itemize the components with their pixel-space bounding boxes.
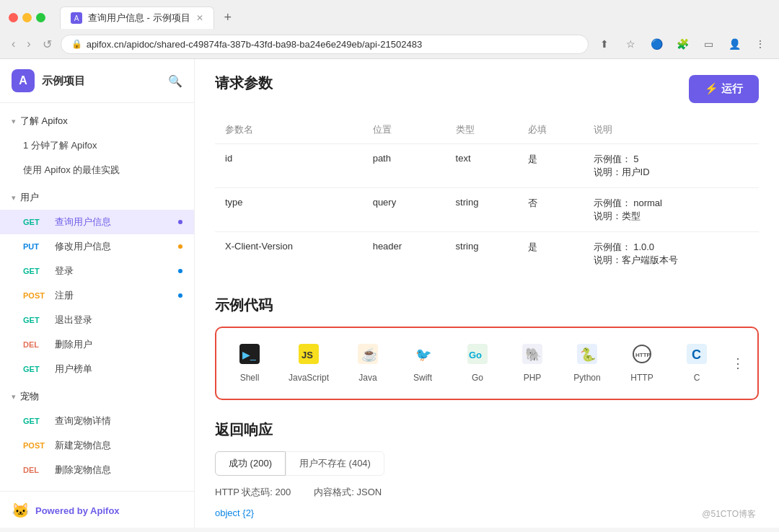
param-name: X-Client-Version bbox=[215, 232, 363, 276]
sidebar-item-del-user[interactable]: DEL 删除用户 bbox=[0, 332, 194, 357]
http-icon: HTTP bbox=[632, 344, 652, 368]
sidebar-item-label: 删除用户 bbox=[55, 338, 92, 351]
response-tab-1[interactable]: 用户不存在 (404) bbox=[286, 451, 384, 476]
sidebar-item-learn-2[interactable]: 使用 Apifox 的最佳实践 bbox=[0, 158, 194, 182]
traffic-light-red[interactable] bbox=[9, 13, 18, 22]
browser-tab-active[interactable]: A 查询用户信息 - 示例项目 ✕ bbox=[60, 6, 214, 29]
code-tab-go[interactable]: Go Go bbox=[452, 338, 503, 389]
method-badge-del: DEL bbox=[23, 466, 49, 474]
response-object[interactable]: object {2} bbox=[215, 507, 759, 518]
nav-back-button[interactable]: ‹ bbox=[9, 36, 18, 52]
tab-close-button[interactable]: ✕ bbox=[196, 13, 203, 23]
new-tab-button[interactable]: + bbox=[217, 6, 239, 30]
param-type: string bbox=[446, 188, 518, 232]
sidebar-item-get-logout[interactable]: GET 退出登录 bbox=[0, 308, 194, 332]
more-options-button[interactable]: ⋮ bbox=[750, 34, 770, 54]
js-icon: JS bbox=[299, 344, 319, 368]
method-badge-del: DEL bbox=[23, 340, 49, 349]
code-tab-label: Java bbox=[358, 373, 377, 383]
table-header-required: 必填 bbox=[518, 116, 584, 144]
method-badge-put: PUT bbox=[23, 242, 49, 251]
address-bar[interactable]: 🔒 apifox.cn/apidoc/shared-c49874fa-387b-… bbox=[61, 35, 589, 54]
nav-section-learn-header[interactable]: ▾ 了解 Apifox bbox=[0, 109, 194, 133]
sidebar-item-del-pet[interactable]: DEL 删除宠物信息 bbox=[0, 458, 194, 482]
code-tab-python[interactable]: 🐍 Python bbox=[561, 338, 613, 389]
active-dot bbox=[178, 220, 182, 224]
table-row: type query string 否 示例值： normal 说明：类型 bbox=[215, 188, 759, 232]
sidebar-item-learn-1[interactable]: 1 分钟了解 Apifox bbox=[0, 133, 194, 158]
sidebar: A 示例项目 🔍 ▾ 了解 Apifox 1 分钟了解 Apifox 使用 Ap… bbox=[0, 59, 195, 528]
puzzle-icon[interactable]: 🧩 bbox=[672, 34, 692, 54]
browser-toolbar: ‹ › ↺ 🔒 apifox.cn/apidoc/shared-c49874fa… bbox=[0, 30, 779, 58]
sidebar-item-label: 注册 bbox=[55, 289, 74, 302]
code-tabs-more-button[interactable]: ⋮ bbox=[726, 350, 750, 377]
sidebar-item-get-pet[interactable]: GET 查询宠物详情 bbox=[0, 409, 194, 433]
traffic-lights bbox=[9, 13, 45, 22]
traffic-light-green[interactable] bbox=[36, 13, 45, 22]
profile-avatar[interactable]: 👤 bbox=[724, 34, 744, 54]
code-tab-php[interactable]: 🐘 PHP bbox=[506, 338, 558, 389]
sidebar-item-label: 用户榜单 bbox=[55, 363, 92, 376]
param-desc: 示例值： normal 说明：类型 bbox=[584, 188, 759, 232]
sidebar-item-label: 查询用户信息 bbox=[55, 216, 111, 229]
code-tabs-container: ▶_ Shell JS JavaScript ☕ Java 🐦 Swift Go… bbox=[215, 327, 759, 400]
sidebar-item-post-register[interactable]: POST 注册 bbox=[0, 283, 194, 308]
sidebar-item-get-user-info[interactable]: GET 查询用户信息 bbox=[0, 210, 194, 234]
bookmark-button[interactable]: ☆ bbox=[620, 34, 641, 54]
sidebar-item-get-login[interactable]: GET 登录 bbox=[0, 259, 194, 283]
extension-button[interactable]: 🔵 bbox=[646, 34, 666, 54]
browser-actions: ⬆ ☆ 🔵 🧩 ▭ 👤 ⋮ bbox=[594, 34, 770, 54]
code-tab-c[interactable]: C C bbox=[671, 338, 723, 389]
nav-section-users-header[interactable]: ▾ 用户 bbox=[0, 185, 194, 210]
code-tab-javascript[interactable]: JS JavaScript bbox=[278, 338, 339, 389]
table-row: X-Client-Version header string 是 示例值： 1.… bbox=[215, 232, 759, 276]
run-button[interactable]: ⚡ 运行 bbox=[689, 75, 759, 103]
code-section-title: 示例代码 bbox=[215, 296, 759, 315]
sidebar-item-label: 新建宠物信息 bbox=[55, 439, 111, 452]
svg-text:🐦: 🐦 bbox=[415, 347, 432, 363]
window-button[interactable]: ▭ bbox=[698, 34, 718, 54]
section-arrow-icon: ▾ bbox=[12, 193, 16, 203]
sidebar-item-post-pet[interactable]: POST 新建宠物信息 bbox=[0, 433, 194, 458]
method-badge-get: GET bbox=[23, 417, 49, 425]
params-table: 参数名 位置 类型 必填 说明 id path text 是 示例值： 5 说明… bbox=[215, 116, 759, 275]
response-title: 返回响应 bbox=[215, 420, 759, 440]
param-required: 否 bbox=[518, 188, 584, 232]
sidebar-item-get-ranking[interactable]: GET 用户榜单 bbox=[0, 357, 194, 381]
code-tab-label: Python bbox=[573, 373, 600, 383]
java-icon: ☕ bbox=[358, 344, 378, 368]
table-header-name: 参数名 bbox=[215, 116, 363, 144]
param-type: string bbox=[446, 232, 518, 276]
param-position: query bbox=[363, 188, 446, 232]
swift-icon: 🐦 bbox=[413, 344, 433, 368]
sidebar-search-button[interactable]: 🔍 bbox=[168, 74, 182, 88]
nav-section-users: ▾ 用户 GET 查询用户信息 PUT 修改用户信息 GET 登录 bbox=[0, 185, 194, 381]
method-badge-post: POST bbox=[23, 291, 49, 300]
project-name: 示例项目 bbox=[42, 74, 85, 88]
code-tab-http[interactable]: HTTP HTTP bbox=[616, 338, 668, 389]
nav-refresh-button[interactable]: ↺ bbox=[40, 36, 55, 53]
nav-section-pets-header[interactable]: ▾ 宠物 bbox=[0, 384, 194, 409]
svg-text:C: C bbox=[692, 347, 701, 362]
code-tab-label: PHP bbox=[524, 373, 542, 383]
sidebar-item-label: 修改用户信息 bbox=[55, 240, 111, 253]
code-tab-java[interactable]: ☕ Java bbox=[342, 338, 394, 389]
param-name: id bbox=[215, 144, 363, 188]
sidebar-item-put-user[interactable]: PUT 修改用户信息 bbox=[0, 234, 194, 259]
param-desc: 示例值： 1.0.0 说明：客户端版本号 bbox=[584, 232, 759, 276]
share-button[interactable]: ⬆ bbox=[594, 34, 615, 54]
tab-bar: A 查询用户信息 - 示例项目 ✕ + bbox=[60, 6, 239, 30]
response-format: 内容格式: JSON bbox=[314, 486, 382, 499]
response-tab-0[interactable]: 成功 (200) bbox=[215, 451, 286, 476]
sidebar-logo: A 示例项目 bbox=[12, 69, 85, 92]
request-params-title: 请求参数 bbox=[215, 74, 273, 93]
svg-text:🐍: 🐍 bbox=[580, 347, 597, 363]
svg-text:Go: Go bbox=[469, 350, 482, 360]
nav-forward-button[interactable]: › bbox=[24, 36, 33, 52]
response-tabs: 成功 (200)用户不存在 (404) bbox=[215, 451, 759, 476]
code-tab-swift[interactable]: 🐦 Swift bbox=[397, 338, 449, 389]
method-badge-get: GET bbox=[23, 365, 49, 373]
traffic-light-yellow[interactable] bbox=[22, 13, 32, 22]
apifox-logo-icon: 🐱 bbox=[12, 502, 30, 519]
code-tab-shell[interactable]: ▶_ Shell bbox=[224, 338, 276, 389]
